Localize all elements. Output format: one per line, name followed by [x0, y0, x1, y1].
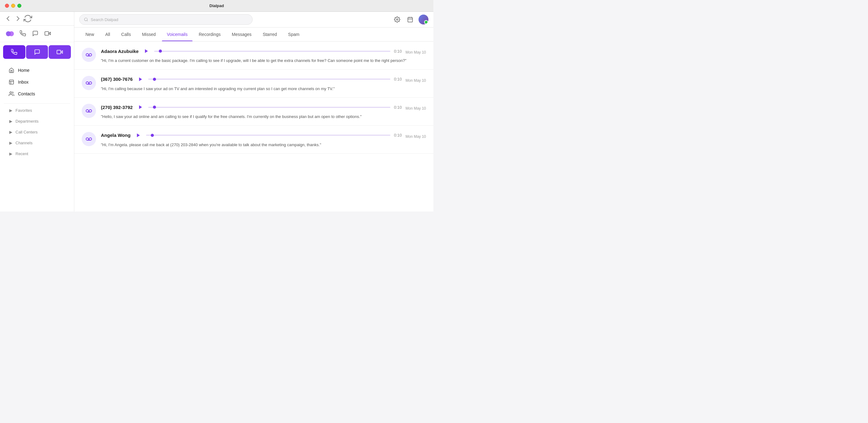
sidebar: Home Inbox Contacts ▶ Favorites	[0, 12, 74, 212]
tab-recordings[interactable]: Recordings	[194, 28, 226, 41]
nav-controls	[4, 14, 32, 23]
app-title: Dialpad	[210, 3, 224, 8]
tab-missed[interactable]: Missed	[137, 28, 161, 41]
sidebar-section-channels[interactable]: ▶ Channels	[2, 138, 71, 148]
svg-point-24	[89, 110, 92, 112]
sidebar-item-contacts[interactable]: Contacts	[2, 88, 71, 100]
forward-button[interactable]	[13, 14, 22, 23]
tab-spam[interactable]: Spam	[283, 28, 305, 41]
svg-point-1	[9, 31, 14, 36]
audio-progress[interactable]	[148, 79, 390, 80]
caller-avatar	[82, 76, 96, 90]
chevron-right-icon: ▶	[9, 109, 13, 113]
sidebar-item-inbox[interactable]: Inbox	[2, 76, 71, 88]
sidebar-item-home[interactable]: Home	[2, 64, 71, 76]
svg-point-8	[85, 18, 87, 21]
main-content: Search Dialpad New All	[74, 12, 433, 212]
duration: 0:10	[394, 77, 402, 82]
search-icon	[84, 17, 88, 22]
close-button[interactable]	[5, 4, 9, 8]
calendar-icon[interactable]	[405, 15, 415, 24]
voicemail-list: Adaora Azubuike 0:10 Mon May 10 "Hi, I'm	[74, 41, 433, 212]
svg-marker-4	[61, 51, 63, 53]
progress-bar	[146, 135, 390, 135]
settings-icon[interactable]	[393, 15, 402, 24]
tab-all[interactable]: All	[100, 28, 115, 41]
svg-rect-6	[9, 80, 13, 84]
sidebar-item-inbox-label: Inbox	[18, 80, 29, 85]
sidebar-item-contacts-label: Contacts	[18, 91, 35, 96]
audio-progress[interactable]	[146, 135, 390, 135]
caller-avatar	[82, 104, 96, 118]
nav-icon-phone[interactable]	[19, 29, 27, 39]
play-button[interactable]	[143, 47, 150, 55]
nav-icon-chat[interactable]	[31, 29, 40, 39]
tab-voicemails[interactable]: Voicemails	[162, 28, 192, 41]
traffic-lights	[5, 4, 21, 8]
play-button[interactable]	[134, 131, 143, 139]
svg-point-20	[89, 82, 92, 84]
sidebar-section-departments[interactable]: ▶ Departments	[2, 116, 71, 127]
progress-dot	[159, 50, 162, 53]
play-button[interactable]	[136, 75, 145, 83]
nav-icon-video[interactable]	[43, 29, 52, 39]
app-logo	[5, 29, 15, 39]
svg-point-23	[86, 110, 89, 112]
duration: 0:10	[394, 49, 402, 54]
back-button[interactable]	[4, 14, 12, 23]
voicemail-item[interactable]: Angela Wong 0:10 Mon May 10 "Hi, I'm Ang…	[74, 126, 433, 154]
chat-button[interactable]	[26, 45, 48, 59]
progress-dot	[153, 105, 156, 109]
svg-marker-22	[139, 78, 142, 81]
topbar: Search Dialpad	[74, 12, 433, 28]
voicemail-item[interactable]: Adaora Azubuike 0:10 Mon May 10 "Hi, I'm	[74, 41, 433, 70]
chevron-right-icon: ▶	[9, 119, 13, 124]
play-button[interactable]	[136, 103, 145, 111]
svg-marker-2	[49, 32, 51, 34]
tab-calls[interactable]: Calls	[116, 28, 136, 41]
user-avatar[interactable]	[418, 14, 428, 25]
caller-name: (270) 392-3792	[101, 105, 133, 110]
maximize-button[interactable]	[17, 4, 21, 8]
call-date: Mon May 10	[405, 106, 426, 111]
transcript: "Hi, I'm calling because I saw your ad o…	[101, 86, 426, 92]
sidebar-item-home-label: Home	[18, 68, 29, 73]
caller-avatar	[82, 48, 96, 62]
caller-name: Adaora Azubuike	[101, 49, 139, 54]
search-bar[interactable]: Search Dialpad	[79, 14, 253, 25]
voicemail-content: Adaora Azubuike 0:10 Mon May 10 "Hi, I'm	[101, 47, 426, 64]
voicemail-header: (270) 392-3792 0:10 Mon May 10	[101, 103, 426, 111]
progress-dot	[153, 78, 156, 81]
sidebar-section-favorites[interactable]: ▶ Favorites	[2, 105, 71, 116]
svg-marker-18	[145, 49, 148, 53]
voicemail-content: (270) 392-3792 0:10 Mon May 10 "Hello, I	[101, 103, 426, 120]
sidebar-section-call-centers[interactable]: ▶ Call Centers	[2, 127, 71, 138]
tab-starred[interactable]: Starred	[258, 28, 282, 41]
phone-button[interactable]	[3, 45, 25, 59]
voicemail-content: Angela Wong 0:10 Mon May 10 "Hi, I'm Ang…	[101, 131, 426, 148]
tab-messages[interactable]: Messages	[227, 28, 257, 41]
svg-rect-11	[408, 17, 413, 22]
voicemail-icon	[85, 135, 93, 143]
sidebar-section-call-centers-label: Call Centers	[16, 130, 38, 134]
voicemail-header: (367) 300-7676 0:10 Mon May 10	[101, 75, 426, 83]
call-date: Mon May 10	[405, 50, 426, 55]
tab-new[interactable]: New	[81, 28, 99, 41]
topbar-right-icons	[393, 14, 428, 25]
voicemail-item[interactable]: (270) 392-3792 0:10 Mon May 10 "Hello, I	[74, 97, 433, 126]
video-button[interactable]	[49, 45, 71, 59]
audio-progress[interactable]	[148, 107, 390, 108]
voicemail-icon	[85, 79, 93, 87]
sidebar-section-recent-label: Recent	[16, 151, 28, 156]
nav-bar	[0, 12, 74, 26]
refresh-button[interactable]	[24, 14, 32, 23]
sidebar-section-recent[interactable]: ▶ Recent	[2, 148, 71, 159]
svg-point-28	[89, 138, 92, 140]
voicemail-icon	[85, 51, 93, 59]
svg-point-19	[86, 82, 89, 84]
voicemail-header: Angela Wong 0:10 Mon May 10	[101, 131, 426, 139]
call-date: Mon May 10	[405, 134, 426, 139]
minimize-button[interactable]	[11, 4, 15, 8]
voicemail-item[interactable]: (367) 300-7676 0:10 Mon May 10 "Hi, I'm …	[74, 70, 433, 98]
audio-progress[interactable]	[154, 51, 390, 52]
